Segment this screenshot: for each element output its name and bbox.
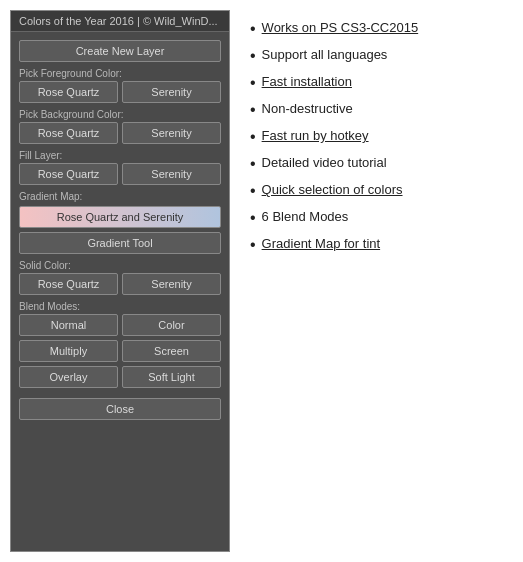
fg-rose-quartz-button[interactable]: Rose Quartz [19,81,118,103]
feature-item: •Non-destructive [250,101,507,118]
blend-color-button[interactable]: Color [122,314,221,336]
bullet-icon: • [250,48,256,64]
feature-text: Fast installation [262,74,352,91]
blend-modes-label: Blend Modes: [19,301,221,312]
bullet-icon: • [250,129,256,145]
pick-bg-label: Pick Background Color: [19,109,221,120]
fill-layer-section: Fill Layer: Rose Quartz Serenity [19,150,221,185]
features-list: •Works on PS CS3-CC2015•Support all lang… [240,10,513,552]
bullet-icon: • [250,102,256,118]
bullet-icon: • [250,156,256,172]
fill-rose-quartz-button[interactable]: Rose Quartz [19,163,118,185]
feature-item: •Fast installation [250,74,507,91]
feature-item: •6 Blend Modes [250,209,507,226]
pick-fg-label: Pick Foreground Color: [19,68,221,79]
pick-bg-buttons: Rose Quartz Serenity [19,122,221,144]
gradient-map-section: Gradient Map: Rose Quartz and Serenity G… [19,191,221,254]
pick-background-section: Pick Background Color: Rose Quartz Seren… [19,109,221,144]
pick-fg-buttons: Rose Quartz Serenity [19,81,221,103]
blend-modes-section: Blend Modes: Normal Color Multiply Scree… [19,301,221,388]
blend-multiply-button[interactable]: Multiply [19,340,118,362]
panel-title: Colors of the Year 2016 | © Wild_WinD... [11,11,229,32]
blend-row-1: Normal Color [19,314,221,336]
feature-item: •Gradient Map for tint [250,236,507,253]
main-container: Colors of the Year 2016 | © Wild_WinD...… [0,0,523,562]
feature-text: Non-destructive [262,101,353,118]
feature-text: Gradient Map for tint [262,236,381,253]
solid-serenity-button[interactable]: Serenity [122,273,221,295]
plugin-panel: Colors of the Year 2016 | © Wild_WinD...… [10,10,230,552]
feature-item: •Quick selection of colors [250,182,507,199]
blend-row-2: Multiply Screen [19,340,221,362]
bullet-icon: • [250,183,256,199]
gradient-map-button[interactable]: Rose Quartz and Serenity [19,206,221,228]
solid-rose-quartz-button[interactable]: Rose Quartz [19,273,118,295]
gradient-tool-button[interactable]: Gradient Tool [19,232,221,254]
create-new-layer-button[interactable]: Create New Layer [19,40,221,62]
solid-color-section: Solid Color: Rose Quartz Serenity [19,260,221,295]
gradient-map-label: Gradient Map: [19,191,221,202]
blend-soft-light-button[interactable]: Soft Light [122,366,221,388]
solid-color-buttons: Rose Quartz Serenity [19,273,221,295]
feature-text: 6 Blend Modes [262,209,349,226]
feature-item: •Fast run by hotkey [250,128,507,145]
feature-text: Support all languages [262,47,388,64]
panel-body: Create New Layer Pick Foreground Color: … [11,32,229,551]
feature-text: Fast run by hotkey [262,128,369,145]
close-button[interactable]: Close [19,398,221,420]
feature-item: •Support all languages [250,47,507,64]
bullet-icon: • [250,210,256,226]
feature-text: Detailed video tutorial [262,155,387,172]
fill-layer-label: Fill Layer: [19,150,221,161]
feature-item: •Detailed video tutorial [250,155,507,172]
blend-overlay-button[interactable]: Overlay [19,366,118,388]
bullet-icon: • [250,75,256,91]
fill-layer-buttons: Rose Quartz Serenity [19,163,221,185]
bullet-icon: • [250,237,256,253]
bg-serenity-button[interactable]: Serenity [122,122,221,144]
fg-serenity-button[interactable]: Serenity [122,81,221,103]
feature-text: Works on PS CS3-CC2015 [262,20,419,37]
solid-color-label: Solid Color: [19,260,221,271]
blend-row-3: Overlay Soft Light [19,366,221,388]
blend-screen-button[interactable]: Screen [122,340,221,362]
bg-rose-quartz-button[interactable]: Rose Quartz [19,122,118,144]
bullet-icon: • [250,21,256,37]
feature-text: Quick selection of colors [262,182,403,199]
blend-normal-button[interactable]: Normal [19,314,118,336]
pick-foreground-section: Pick Foreground Color: Rose Quartz Seren… [19,68,221,103]
feature-item: •Works on PS CS3-CC2015 [250,20,507,37]
fill-serenity-button[interactable]: Serenity [122,163,221,185]
